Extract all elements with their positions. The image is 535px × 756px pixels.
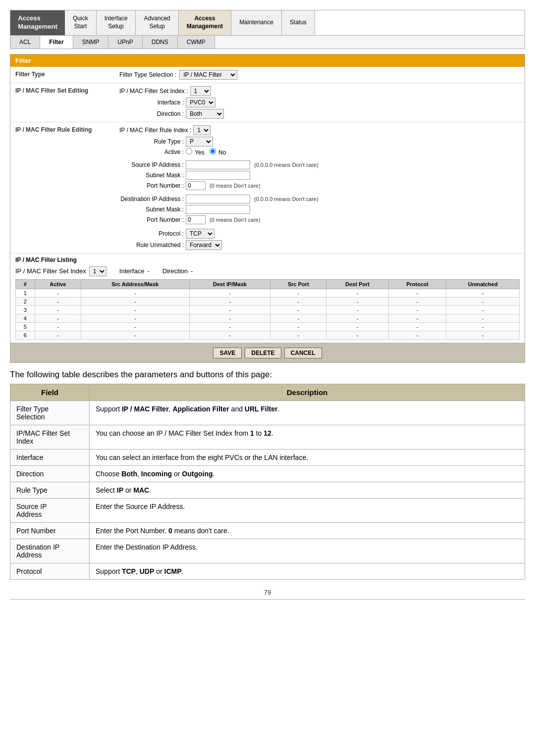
table-cell: - — [446, 314, 520, 322]
subnet-mask-input[interactable] — [186, 171, 250, 180]
tab-snmp[interactable]: SNMP — [73, 36, 109, 49]
table-cell: 1 — [16, 289, 35, 297]
desc-description: You can select an interface from the eig… — [90, 449, 525, 465]
tab-maintenance[interactable]: Maintenance — [231, 10, 282, 35]
col-active: Active — [35, 279, 81, 289]
table-cell: - — [270, 297, 326, 305]
panel-title: Filter — [10, 54, 525, 67]
table-cell: 4 — [16, 314, 35, 322]
col-hash: # — [16, 279, 35, 289]
table-cell: - — [446, 289, 520, 297]
desc-description: Enter the Destination IP Address. — [90, 539, 525, 563]
rule-type-select[interactable]: PMAC — [186, 137, 213, 147]
filter-type-row: Filter Type Filter Type Selection : IP /… — [10, 67, 525, 83]
desc-description: Select IP or MAC. — [90, 482, 525, 498]
save-button[interactable]: SAVE — [213, 348, 242, 358]
tab-acl[interactable]: ACL — [10, 36, 40, 49]
desc-field: Rule Type — [10, 482, 90, 498]
table-cell: - — [326, 314, 388, 322]
rule-index-select[interactable]: 123 — [193, 125, 211, 135]
desc-field: Filter Type Selection — [10, 401, 90, 425]
listing-direction-value: - — [191, 267, 193, 275]
table-cell: - — [35, 314, 81, 322]
tab-filter[interactable]: Filter — [40, 36, 73, 49]
rule-unmatched-select[interactable]: ForwardDrop — [186, 240, 222, 250]
table-cell: - — [388, 322, 446, 331]
desc-row: IP/MAC Filter Set IndexYou can choose an… — [10, 425, 525, 449]
tab-quick-start[interactable]: Quick Start — [65, 10, 97, 35]
table-row: 6------- — [16, 331, 520, 339]
rule-unmatched-label: Rule Unmatched : — [119, 242, 184, 249]
desc-field: Source IP Address — [10, 498, 90, 522]
tab-access-management[interactable]: Access Management — [179, 10, 231, 35]
filter-type-content: Filter Type Selection : IP / MAC Filter … — [119, 70, 520, 80]
tab-upnp[interactable]: UPnP — [108, 36, 142, 49]
table-cell: - — [446, 331, 520, 339]
dest-subnet-input[interactable] — [186, 205, 250, 214]
table-cell: - — [189, 297, 270, 305]
desc-field: Protocol — [10, 563, 90, 579]
ip-mac-set-fields: IP / MAC Filter Set Index : 1234 5678 91… — [119, 86, 224, 119]
active-no-radio[interactable] — [210, 148, 216, 154]
desc-row: Port NumberEnter the Port Number. 0 mean… — [10, 522, 525, 539]
listing-set-select[interactable]: 1 — [89, 266, 107, 276]
col-unmatched: Unmatched — [446, 279, 520, 289]
dest-port-input[interactable] — [186, 215, 206, 224]
table-cell: - — [81, 289, 189, 297]
port-number-input[interactable] — [186, 181, 206, 190]
protocol-label: Protocol : — [119, 230, 184, 237]
ip-mac-rule-label: IP / MAC Filter Rule Editing — [15, 125, 119, 133]
desc-description: Enter the Source IP Address. — [90, 498, 525, 522]
button-row: SAVE DELETE CANCEL — [10, 343, 525, 362]
table-row: 2------- — [16, 297, 520, 305]
ip-mac-rule-content: IP / MAC Filter Rule Index : 123 Rule Ty… — [119, 125, 520, 250]
col-src: Src Address/Mask — [81, 279, 189, 289]
table-cell: - — [326, 331, 388, 339]
tab-status[interactable]: Status — [282, 10, 315, 35]
active-yes-text: Yes — [195, 149, 205, 156]
table-cell: - — [388, 331, 446, 339]
ip-mac-set-content: IP / MAC Filter Set Index : 1234 5678 91… — [119, 86, 520, 119]
desc-description: Enter the Port Number. 0 means don't car… — [90, 522, 525, 539]
table-cell: - — [35, 331, 81, 339]
delete-button[interactable]: DELETE — [245, 348, 281, 358]
table-cell: - — [81, 314, 189, 322]
set-index-select[interactable]: 1234 5678 9101112 — [190, 86, 211, 96]
tab-cwmp[interactable]: CWMP — [178, 36, 215, 49]
active-yes-radio[interactable] — [186, 148, 192, 154]
protocol-row: Protocol : TCPUDPICMP — [119, 229, 319, 239]
set-index-label: IP / MAC Filter Set Index : — [119, 88, 188, 95]
direction-select[interactable]: BothIncomingOutgoing — [186, 109, 224, 119]
desc-row: Rule TypeSelect IP or MAC. — [10, 482, 525, 498]
tab-interface-setup[interactable]: Interface Setup — [97, 10, 136, 35]
tab-ddns[interactable]: DDNS — [143, 36, 178, 49]
table-row: 5------- — [16, 322, 520, 331]
tab-advanced-setup[interactable]: Advanced Setup — [136, 10, 178, 35]
dest-subnet-label: Subnet Mask : — [119, 206, 184, 213]
desc-row: Destination IP AddressEnter the Destinat… — [10, 539, 525, 563]
table-cell: - — [270, 322, 326, 331]
filter-type-select[interactable]: IP / MAC Filter Application Filter URL F… — [179, 70, 237, 80]
protocol-select[interactable]: TCPUDPICMP — [186, 229, 214, 239]
page-divider — [10, 599, 525, 600]
table-cell: - — [81, 297, 189, 305]
table-cell: - — [388, 314, 446, 322]
cancel-button[interactable]: CANCEL — [284, 348, 322, 358]
table-cell: - — [446, 305, 520, 314]
listing-label: IP / MAC Filter Listing — [15, 256, 77, 263]
dest-ip-input[interactable] — [186, 195, 250, 203]
desc-field: IP/MAC Filter Set Index — [10, 425, 90, 449]
nav-brand: Access Management — [10, 10, 65, 35]
listing-interface-value: - — [147, 267, 149, 275]
subnet-mask-label: Subnet Mask : — [119, 172, 184, 179]
direction-row: Direction : BothIncomingOutgoing — [119, 109, 224, 119]
description-table: Field Description Filter Type SelectionS… — [10, 384, 525, 580]
interface-select[interactable]: PVC0PVC1PVC2LAN — [186, 98, 215, 107]
table-row: 4------- — [16, 314, 520, 322]
src-ip-input[interactable] — [186, 160, 250, 169]
listing-interface-label: Interface — [119, 267, 145, 275]
src-ip-label: Source IP Address : — [119, 161, 184, 168]
table-cell: - — [388, 289, 446, 297]
active-no-label: No — [210, 148, 226, 156]
desc-description: Support IP / MAC Filter, Application Fil… — [90, 401, 525, 425]
